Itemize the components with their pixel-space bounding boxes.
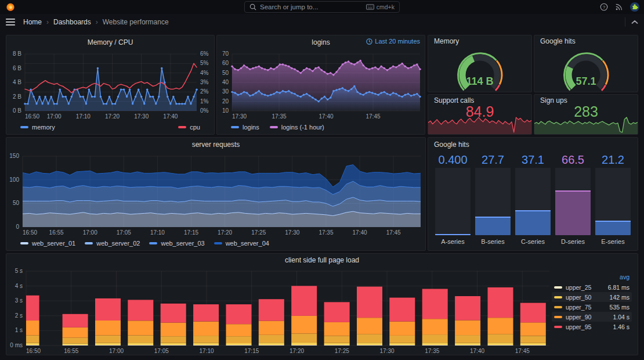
svg-text:6%: 6% [200, 51, 209, 57]
panel-title[interactable]: Memory / CPU [6, 35, 214, 49]
legend-item[interactable]: upper_951.46 s [552, 322, 632, 332]
legend-label: memory [32, 124, 55, 131]
legend-label: web_server_01 [32, 240, 75, 247]
logins-chart[interactable]: 17:3017:3517:4017:4570605040302010 [217, 49, 425, 120]
svg-text:0%: 0% [200, 107, 209, 114]
svg-text:17:40: 17:40 [353, 229, 367, 236]
svg-text:50: 50 [13, 200, 20, 206]
svg-text:57.1: 57.1 [576, 75, 596, 87]
legend-avg-header[interactable]: avg [552, 272, 632, 282]
breadcrumb-current: Website performance [103, 18, 169, 26]
svg-text:17:30: 17:30 [232, 113, 247, 120]
legend-label: web_server_03 [161, 240, 204, 247]
menu-toggle-button[interactable] [6, 19, 15, 26]
legend-item[interactable]: upper_75535 ms [552, 302, 632, 312]
user-avatar[interactable] [630, 2, 639, 12]
bar-gauge-label: D-series [555, 235, 591, 246]
panel-title[interactable]: Memory [428, 35, 531, 47]
panel-sign-ups: Sign ups 283 [534, 94, 638, 135]
chart-canvas: 17:3017:3517:4017:4570605040302010 [217, 49, 425, 120]
legend-item[interactable]: memory [20, 124, 55, 131]
bar-gauge-label: B-series [475, 235, 511, 246]
panel-title[interactable]: client side full page load [6, 254, 638, 267]
svg-text:17:05: 17:05 [117, 229, 131, 236]
bar-gauge-item: 0.400A-series [435, 153, 471, 246]
svg-text:17:35: 17:35 [272, 113, 286, 120]
legend-item[interactable]: logins [231, 124, 259, 131]
panel-google-gauge: Google hits 57.1 [534, 35, 638, 92]
bar-gauge-track [515, 168, 551, 235]
legend-item[interactable]: upper_256.81 ms [552, 282, 632, 292]
bar-gauge-track [595, 168, 631, 235]
svg-text:17:00: 17:00 [83, 229, 97, 236]
panel-client-load: client side full page load 5 s4 s3 s2 s1… [6, 253, 638, 355]
panel-support-calls: Support calls 84.9 [428, 94, 532, 135]
bar-gauge-track [435, 168, 471, 235]
svg-text:0 ms: 0 ms [10, 342, 23, 348]
google-hits-bar-gauge: 0.400A-series27.7B-series37.1C-series66.… [428, 152, 638, 250]
svg-text:1%: 1% [200, 98, 209, 105]
svg-text:17:25: 17:25 [251, 229, 266, 236]
legend-label: logins [243, 124, 259, 131]
svg-text:17:00: 17:00 [47, 113, 61, 120]
client-load-chart[interactable]: 5 s4 s3 s2 s1 s0 ms16:5016:5517:0017:051… [6, 267, 552, 355]
panel-memory-cpu: Memory / CPU 16:5017:0017:1017:2017:3017… [6, 35, 215, 135]
bar-gauge-value: 37.1 [515, 153, 551, 168]
legend-item[interactable]: cpu [178, 124, 200, 131]
svg-text:17:45: 17:45 [366, 113, 380, 120]
svg-text:0 B: 0 B [13, 107, 21, 114]
svg-text:17:20: 17:20 [105, 113, 120, 120]
bar-gauge-label: A-series [435, 235, 471, 246]
svg-text:5 s: 5 s [15, 268, 23, 274]
svg-text:40: 40 [222, 79, 229, 85]
legend-label: upper_50 [566, 294, 606, 301]
bar-gauge-fill [515, 210, 551, 235]
legend-swatch [554, 316, 562, 318]
legend-item[interactable]: upper_901.04 s [552, 312, 632, 322]
memory-gauge: 114 B [428, 47, 531, 92]
logins-legend: loginslogins (-1 hour) [217, 120, 425, 134]
client-load-legend: avgupper_256.81 msupper_50142 msupper_75… [552, 267, 638, 355]
help-button[interactable]: ? [600, 3, 608, 11]
svg-text:2%: 2% [200, 88, 209, 95]
panel-title[interactable]: Google hits [428, 138, 638, 152]
avatar-icon [630, 2, 639, 12]
svg-text:70: 70 [222, 51, 229, 57]
memory-cpu-chart[interactable]: 16:5017:0017:1017:2017:3017:408 B6 B4 B2… [6, 49, 214, 120]
svg-text:17:00: 17:00 [109, 348, 124, 354]
legend-swatch [231, 126, 239, 128]
svg-text:17:10: 17:10 [199, 348, 214, 354]
legend-item[interactable]: web_server_03 [149, 240, 204, 247]
svg-text:114 B: 114 B [466, 75, 493, 87]
legend-label: upper_90 [566, 314, 609, 321]
server-requests-chart[interactable]: 16:5016:5517:0017:0517:1017:1517:2017:25… [6, 152, 425, 236]
legend-swatch [554, 326, 562, 328]
legend-item[interactable]: upper_50142 ms [552, 292, 632, 302]
collapse-topbar-button[interactable] [631, 20, 638, 24]
legend-item[interactable]: web_server_02 [85, 240, 140, 247]
shortcut-label: cmd+k [377, 3, 395, 10]
grafana-logo[interactable] [6, 2, 16, 12]
keyboard-icon [366, 4, 374, 10]
panel-title[interactable]: Sign ups [534, 95, 638, 106]
search-box[interactable]: cmd+k [244, 1, 400, 13]
legend-item[interactable]: web_server_04 [214, 240, 269, 247]
breadcrumb-home[interactable]: Home [23, 18, 42, 26]
panel-google-hits-bars: Google hits 0.400A-series27.7B-series37.… [428, 137, 638, 251]
chart-canvas: 114 B [429, 49, 531, 92]
panel-title[interactable]: server requests [6, 138, 425, 152]
legend-item[interactable]: web_server_01 [20, 240, 75, 247]
legend-swatch [270, 126, 278, 128]
legend-label: upper_25 [566, 284, 605, 291]
legend-item[interactable]: logins (-1 hour) [270, 124, 324, 131]
breadcrumb-dashboards[interactable]: Dashboards [53, 18, 91, 26]
panel-title[interactable]: Support calls [428, 95, 531, 106]
panel-title[interactable]: Google hits [534, 35, 638, 47]
breadcrumb: Home › Dashboards › Website performance [23, 18, 169, 26]
search-input[interactable] [260, 3, 363, 10]
svg-text:17:40: 17:40 [319, 113, 333, 120]
panel-time-range[interactable]: Last 20 minutes [366, 38, 420, 45]
bar-gauge-item: 27.7B-series [475, 153, 511, 246]
svg-text:16:50: 16:50 [25, 113, 39, 120]
news-button[interactable] [615, 3, 623, 11]
